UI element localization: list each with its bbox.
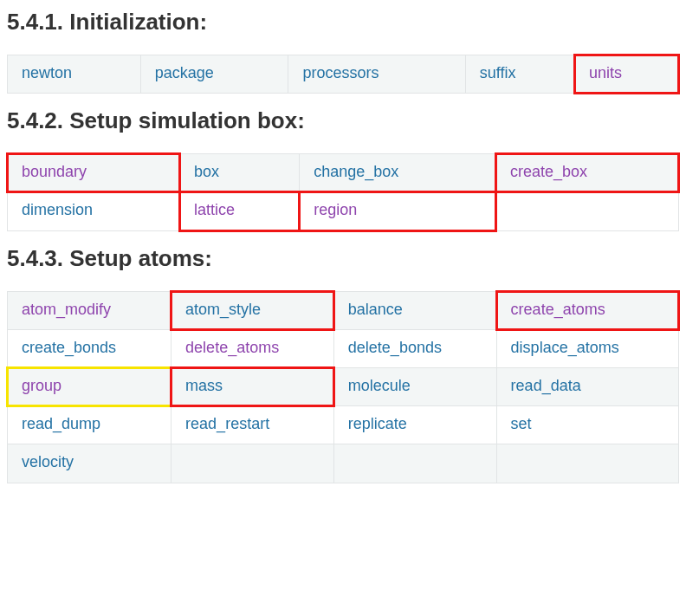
command-link-mass[interactable]: mass (172, 368, 333, 405)
command-link-read-dump[interactable]: read_dump (8, 406, 171, 444)
empty-cell (496, 192, 678, 230)
table-cell: suffix (465, 55, 574, 94)
table-cell: units (575, 55, 679, 94)
table-cell: displace_atoms (496, 330, 678, 368)
command-link-atom-style[interactable]: atom_style (172, 292, 333, 329)
command-link-velocity[interactable]: velocity (8, 444, 171, 482)
command-link-box[interactable]: box (180, 154, 299, 191)
table-cell (495, 192, 678, 231)
table-cell: boundary (8, 154, 180, 192)
table-cell: delete_atoms (172, 330, 334, 368)
command-link-create-atoms[interactable]: create_atoms (497, 292, 678, 329)
command-link-change-box[interactable]: change_box (300, 154, 495, 191)
command-table-setup-simulation-box: boundaryboxchange_boxcreate_boxdimension… (7, 153, 679, 231)
table-cell: set (496, 406, 678, 444)
command-link-package[interactable]: package (141, 55, 288, 93)
command-link-group[interactable]: group (8, 368, 171, 405)
empty-cell (497, 444, 678, 483)
table-cell: balance (333, 292, 496, 330)
command-link-lattice[interactable]: lattice (180, 192, 299, 230)
table-cell: atom_modify (8, 292, 172, 330)
table-row: newtonpackageprocessorssuffixunits (8, 55, 679, 94)
table-cell: molecule (333, 368, 496, 406)
table-row: dimensionlatticeregion (8, 192, 679, 231)
command-link-set[interactable]: set (497, 406, 678, 444)
table-row: groupmassmoleculeread_data (8, 368, 679, 406)
table-cell: change_box (300, 154, 496, 192)
empty-cell (172, 444, 333, 483)
command-table-setup-atoms: atom_modifyatom_stylebalancecreate_atoms… (7, 291, 679, 483)
table-cell (172, 444, 334, 483)
command-link-dimension[interactable]: dimension (8, 192, 179, 230)
table-cell (496, 444, 678, 483)
table-cell: atom_style (172, 292, 334, 330)
table-cell: processors (288, 55, 465, 94)
command-link-displace-atoms[interactable]: displace_atoms (497, 330, 678, 367)
section-heading-setup-simulation-box: 5.4.2. Setup simulation box: (7, 107, 679, 134)
command-link-balance[interactable]: balance (334, 292, 496, 329)
command-link-create-bonds[interactable]: create_bonds (8, 330, 171, 367)
table-cell (333, 444, 496, 483)
table-cell: read_restart (172, 406, 334, 444)
table-cell: read_dump (8, 406, 172, 444)
table-row: atom_modifyatom_stylebalancecreate_atoms (8, 292, 679, 330)
table-cell: replicate (333, 406, 496, 444)
table-cell: mass (172, 368, 334, 406)
command-link-units[interactable]: units (575, 55, 678, 93)
table-cell: region (300, 192, 496, 231)
table-cell: newton (8, 55, 141, 94)
command-link-read-data[interactable]: read_data (497, 368, 678, 405)
command-link-replicate[interactable]: replicate (334, 406, 496, 444)
table-row: velocity (8, 444, 679, 483)
command-table-initialization: newtonpackageprocessorssuffixunits (7, 55, 679, 94)
table-cell: velocity (8, 444, 172, 483)
command-link-processors[interactable]: processors (288, 55, 464, 93)
command-link-create-box[interactable]: create_box (496, 154, 678, 191)
section-heading-initialization: 5.4.1. Initialization: (7, 9, 679, 36)
command-link-delete-bonds[interactable]: delete_bonds (334, 330, 496, 367)
command-link-newton[interactable]: newton (8, 55, 140, 93)
command-link-atom-modify[interactable]: atom_modify (8, 292, 171, 329)
table-row: create_bondsdelete_atomsdelete_bondsdisp… (8, 330, 679, 368)
empty-cell (334, 444, 496, 483)
command-link-delete-atoms[interactable]: delete_atoms (172, 330, 333, 367)
table-row: read_dumpread_restartreplicateset (8, 406, 679, 444)
command-link-molecule[interactable]: molecule (334, 368, 496, 405)
command-link-boundary[interactable]: boundary (8, 154, 179, 191)
table-cell: create_box (495, 154, 678, 192)
table-row: boundaryboxchange_boxcreate_box (8, 154, 679, 192)
command-link-region[interactable]: region (300, 192, 495, 230)
table-cell: dimension (8, 192, 180, 231)
table-cell: group (8, 368, 172, 406)
section-heading-setup-atoms: 5.4.3. Setup atoms: (7, 245, 679, 272)
table-cell: package (140, 55, 288, 94)
table-cell: create_bonds (8, 330, 172, 368)
table-cell: delete_bonds (333, 330, 496, 368)
table-cell: lattice (179, 192, 299, 231)
document-root: 5.4.1. Initialization:newtonpackageproce… (7, 9, 679, 483)
command-link-suffix[interactable]: suffix (466, 55, 574, 93)
table-cell: read_data (496, 368, 678, 406)
table-cell: create_atoms (496, 292, 678, 330)
command-link-read-restart[interactable]: read_restart (172, 406, 333, 444)
table-cell: box (179, 154, 299, 192)
